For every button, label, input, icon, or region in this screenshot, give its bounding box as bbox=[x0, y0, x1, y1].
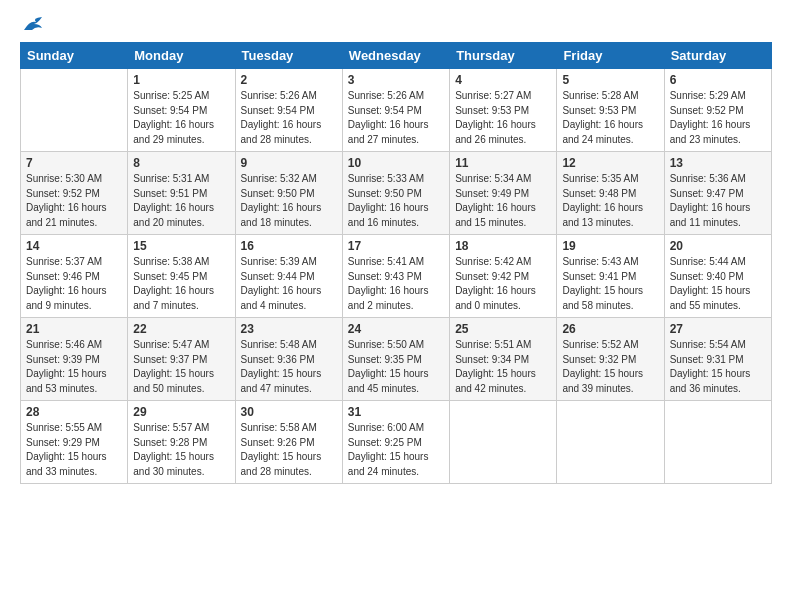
day-number: 21 bbox=[26, 322, 122, 336]
day-number: 3 bbox=[348, 73, 444, 87]
calendar-week-row: 21Sunrise: 5:46 AM Sunset: 9:39 PM Dayli… bbox=[21, 318, 772, 401]
calendar-day-header: Saturday bbox=[664, 43, 771, 69]
calendar-cell: 11Sunrise: 5:34 AM Sunset: 9:49 PM Dayli… bbox=[450, 152, 557, 235]
day-info: Sunrise: 5:26 AM Sunset: 9:54 PM Dayligh… bbox=[241, 89, 337, 147]
day-number: 20 bbox=[670, 239, 766, 253]
day-number: 26 bbox=[562, 322, 658, 336]
day-info: Sunrise: 5:31 AM Sunset: 9:51 PM Dayligh… bbox=[133, 172, 229, 230]
day-number: 12 bbox=[562, 156, 658, 170]
calendar-cell: 24Sunrise: 5:50 AM Sunset: 9:35 PM Dayli… bbox=[342, 318, 449, 401]
calendar-cell: 12Sunrise: 5:35 AM Sunset: 9:48 PM Dayli… bbox=[557, 152, 664, 235]
day-number: 5 bbox=[562, 73, 658, 87]
day-info: Sunrise: 5:38 AM Sunset: 9:45 PM Dayligh… bbox=[133, 255, 229, 313]
day-number: 30 bbox=[241, 405, 337, 419]
day-info: Sunrise: 5:29 AM Sunset: 9:52 PM Dayligh… bbox=[670, 89, 766, 147]
calendar-cell: 22Sunrise: 5:47 AM Sunset: 9:37 PM Dayli… bbox=[128, 318, 235, 401]
calendar-week-row: 28Sunrise: 5:55 AM Sunset: 9:29 PM Dayli… bbox=[21, 401, 772, 484]
calendar-day-header: Friday bbox=[557, 43, 664, 69]
day-number: 24 bbox=[348, 322, 444, 336]
day-info: Sunrise: 5:46 AM Sunset: 9:39 PM Dayligh… bbox=[26, 338, 122, 396]
day-number: 7 bbox=[26, 156, 122, 170]
calendar-cell: 15Sunrise: 5:38 AM Sunset: 9:45 PM Dayli… bbox=[128, 235, 235, 318]
day-number: 8 bbox=[133, 156, 229, 170]
day-info: Sunrise: 5:50 AM Sunset: 9:35 PM Dayligh… bbox=[348, 338, 444, 396]
day-number: 14 bbox=[26, 239, 122, 253]
header bbox=[20, 16, 772, 34]
day-info: Sunrise: 5:33 AM Sunset: 9:50 PM Dayligh… bbox=[348, 172, 444, 230]
calendar-cell bbox=[21, 69, 128, 152]
day-number: 28 bbox=[26, 405, 122, 419]
day-number: 31 bbox=[348, 405, 444, 419]
day-number: 10 bbox=[348, 156, 444, 170]
calendar-cell bbox=[450, 401, 557, 484]
calendar-day-header: Sunday bbox=[21, 43, 128, 69]
calendar-header-row: SundayMondayTuesdayWednesdayThursdayFrid… bbox=[21, 43, 772, 69]
calendar-cell: 1Sunrise: 5:25 AM Sunset: 9:54 PM Daylig… bbox=[128, 69, 235, 152]
calendar-cell: 27Sunrise: 5:54 AM Sunset: 9:31 PM Dayli… bbox=[664, 318, 771, 401]
calendar-week-row: 7Sunrise: 5:30 AM Sunset: 9:52 PM Daylig… bbox=[21, 152, 772, 235]
calendar-week-row: 1Sunrise: 5:25 AM Sunset: 9:54 PM Daylig… bbox=[21, 69, 772, 152]
calendar-day-header: Thursday bbox=[450, 43, 557, 69]
day-info: Sunrise: 5:47 AM Sunset: 9:37 PM Dayligh… bbox=[133, 338, 229, 396]
calendar-cell: 18Sunrise: 5:42 AM Sunset: 9:42 PM Dayli… bbox=[450, 235, 557, 318]
calendar-cell: 28Sunrise: 5:55 AM Sunset: 9:29 PM Dayli… bbox=[21, 401, 128, 484]
day-info: Sunrise: 5:48 AM Sunset: 9:36 PM Dayligh… bbox=[241, 338, 337, 396]
day-info: Sunrise: 5:30 AM Sunset: 9:52 PM Dayligh… bbox=[26, 172, 122, 230]
calendar-cell: 3Sunrise: 5:26 AM Sunset: 9:54 PM Daylig… bbox=[342, 69, 449, 152]
day-number: 27 bbox=[670, 322, 766, 336]
day-number: 25 bbox=[455, 322, 551, 336]
day-number: 9 bbox=[241, 156, 337, 170]
day-number: 16 bbox=[241, 239, 337, 253]
calendar-cell: 14Sunrise: 5:37 AM Sunset: 9:46 PM Dayli… bbox=[21, 235, 128, 318]
day-info: Sunrise: 5:55 AM Sunset: 9:29 PM Dayligh… bbox=[26, 421, 122, 479]
calendar-cell: 31Sunrise: 6:00 AM Sunset: 9:25 PM Dayli… bbox=[342, 401, 449, 484]
calendar-cell: 17Sunrise: 5:41 AM Sunset: 9:43 PM Dayli… bbox=[342, 235, 449, 318]
day-info: Sunrise: 6:00 AM Sunset: 9:25 PM Dayligh… bbox=[348, 421, 444, 479]
day-info: Sunrise: 5:27 AM Sunset: 9:53 PM Dayligh… bbox=[455, 89, 551, 147]
calendar-cell: 9Sunrise: 5:32 AM Sunset: 9:50 PM Daylig… bbox=[235, 152, 342, 235]
page: SundayMondayTuesdayWednesdayThursdayFrid… bbox=[0, 0, 792, 612]
calendar-day-header: Wednesday bbox=[342, 43, 449, 69]
day-info: Sunrise: 5:35 AM Sunset: 9:48 PM Dayligh… bbox=[562, 172, 658, 230]
day-info: Sunrise: 5:25 AM Sunset: 9:54 PM Dayligh… bbox=[133, 89, 229, 147]
day-number: 23 bbox=[241, 322, 337, 336]
calendar-table: SundayMondayTuesdayWednesdayThursdayFrid… bbox=[20, 42, 772, 484]
day-number: 11 bbox=[455, 156, 551, 170]
day-info: Sunrise: 5:43 AM Sunset: 9:41 PM Dayligh… bbox=[562, 255, 658, 313]
day-info: Sunrise: 5:26 AM Sunset: 9:54 PM Dayligh… bbox=[348, 89, 444, 147]
calendar-cell bbox=[557, 401, 664, 484]
day-number: 6 bbox=[670, 73, 766, 87]
calendar-cell: 7Sunrise: 5:30 AM Sunset: 9:52 PM Daylig… bbox=[21, 152, 128, 235]
calendar-cell: 20Sunrise: 5:44 AM Sunset: 9:40 PM Dayli… bbox=[664, 235, 771, 318]
day-number: 13 bbox=[670, 156, 766, 170]
day-info: Sunrise: 5:57 AM Sunset: 9:28 PM Dayligh… bbox=[133, 421, 229, 479]
calendar-cell: 26Sunrise: 5:52 AM Sunset: 9:32 PM Dayli… bbox=[557, 318, 664, 401]
logo-bird-icon bbox=[22, 16, 44, 34]
calendar-cell: 10Sunrise: 5:33 AM Sunset: 9:50 PM Dayli… bbox=[342, 152, 449, 235]
calendar-cell: 21Sunrise: 5:46 AM Sunset: 9:39 PM Dayli… bbox=[21, 318, 128, 401]
day-info: Sunrise: 5:54 AM Sunset: 9:31 PM Dayligh… bbox=[670, 338, 766, 396]
day-info: Sunrise: 5:42 AM Sunset: 9:42 PM Dayligh… bbox=[455, 255, 551, 313]
calendar-cell: 19Sunrise: 5:43 AM Sunset: 9:41 PM Dayli… bbox=[557, 235, 664, 318]
day-number: 29 bbox=[133, 405, 229, 419]
calendar-day-header: Monday bbox=[128, 43, 235, 69]
day-info: Sunrise: 5:52 AM Sunset: 9:32 PM Dayligh… bbox=[562, 338, 658, 396]
calendar-cell: 4Sunrise: 5:27 AM Sunset: 9:53 PM Daylig… bbox=[450, 69, 557, 152]
calendar-cell: 30Sunrise: 5:58 AM Sunset: 9:26 PM Dayli… bbox=[235, 401, 342, 484]
calendar-cell: 6Sunrise: 5:29 AM Sunset: 9:52 PM Daylig… bbox=[664, 69, 771, 152]
calendar-cell: 25Sunrise: 5:51 AM Sunset: 9:34 PM Dayli… bbox=[450, 318, 557, 401]
day-number: 19 bbox=[562, 239, 658, 253]
day-info: Sunrise: 5:51 AM Sunset: 9:34 PM Dayligh… bbox=[455, 338, 551, 396]
day-number: 18 bbox=[455, 239, 551, 253]
day-info: Sunrise: 5:36 AM Sunset: 9:47 PM Dayligh… bbox=[670, 172, 766, 230]
calendar-cell: 16Sunrise: 5:39 AM Sunset: 9:44 PM Dayli… bbox=[235, 235, 342, 318]
day-number: 17 bbox=[348, 239, 444, 253]
day-info: Sunrise: 5:44 AM Sunset: 9:40 PM Dayligh… bbox=[670, 255, 766, 313]
day-number: 22 bbox=[133, 322, 229, 336]
day-info: Sunrise: 5:58 AM Sunset: 9:26 PM Dayligh… bbox=[241, 421, 337, 479]
day-info: Sunrise: 5:34 AM Sunset: 9:49 PM Dayligh… bbox=[455, 172, 551, 230]
calendar-cell: 23Sunrise: 5:48 AM Sunset: 9:36 PM Dayli… bbox=[235, 318, 342, 401]
logo bbox=[20, 16, 44, 34]
calendar-cell: 13Sunrise: 5:36 AM Sunset: 9:47 PM Dayli… bbox=[664, 152, 771, 235]
day-info: Sunrise: 5:39 AM Sunset: 9:44 PM Dayligh… bbox=[241, 255, 337, 313]
